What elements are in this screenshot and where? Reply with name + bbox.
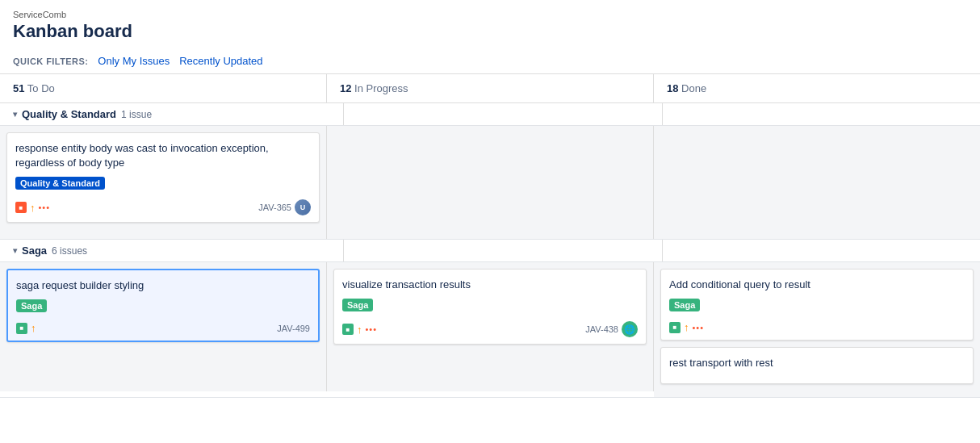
recently-updated-filter[interactable]: Recently Updated: [179, 55, 262, 67]
saga-cards-row: saga request builder styling Saga ■ ↑ JA…: [0, 262, 980, 398]
card-footer-JAV-438: ■ ↑ ••• JAV-438 🌐: [342, 321, 638, 337]
card-JAV-438[interactable]: visualize transaction results Saga ■ ↑ •…: [333, 269, 647, 345]
quality-group-name: Quality & Standard: [22, 108, 116, 120]
quality-issue-count: 1 issue: [121, 109, 152, 120]
chevron-icon-quality[interactable]: ▾: [13, 110, 17, 119]
priority-up-icon-438: ↑: [357, 324, 362, 336]
card-title-done-1: Add conditional query to result: [669, 278, 965, 292]
inprogress-label: In Progress: [354, 82, 408, 94]
dots-icon-438: •••: [366, 324, 378, 334]
saga-group-name: Saga: [22, 244, 47, 257]
card-id-JAV-438: JAV-438 🌐: [585, 321, 638, 337]
card-id-JAV-365: JAV-365 U: [258, 199, 311, 215]
card-JAV-365[interactable]: response entity body was cast to invocat…: [6, 132, 320, 223]
epic-label-saga-done1: Saga: [669, 299, 700, 311]
card-icons-JAV-365: ■ ↑ •••: [15, 202, 50, 214]
todo-column-header: 51 To Do: [0, 74, 326, 102]
project-name: ServiceComb: [13, 10, 967, 19]
done-column-header: 18 Done: [653, 74, 980, 102]
quick-filters-bar: QUICK FILTERS: Only My Issues Recently U…: [0, 48, 980, 74]
bug-icon: ■: [15, 202, 27, 213]
card-JAV-499[interactable]: saga request builder styling Saga ■ ↑ JA…: [6, 269, 320, 342]
card-title-JAV-365: response entity body was cast to invocat…: [15, 141, 311, 170]
card-footer-done-1: ■ ↑ •••: [669, 321, 965, 333]
done-count: 18: [667, 82, 678, 94]
card-title-JAV-499: saga request builder styling: [16, 278, 310, 293]
card-footer-JAV-365: ■ ↑ ••• JAV-365 U: [15, 199, 311, 215]
priority-up-icon-done1: ↑: [684, 321, 689, 333]
inprogress-column-header: 12 In Progress: [326, 74, 653, 102]
saga-issue-count: 6 issues: [52, 245, 87, 257]
avatar-JAV-365: U: [295, 199, 311, 215]
page-header: ServiceComb Kanban board QUICK FILTERS: …: [0, 0, 980, 74]
chevron-icon-saga[interactable]: ▾: [13, 246, 17, 255]
inprogress-count: 12: [340, 82, 351, 94]
epic-label-quality: Quality & Standard: [15, 177, 105, 190]
avatar-JAV-438: 🌐: [622, 321, 638, 337]
card-icons-done-1: ■ ↑ •••: [669, 321, 704, 333]
story-icon-438: ■: [342, 324, 354, 335]
card-icons-JAV-438: ■ ↑ •••: [342, 324, 377, 336]
todo-label: To Do: [27, 82, 55, 94]
story-icon-499: ■: [16, 323, 27, 334]
story-icon-done1: ■: [669, 322, 681, 333]
epic-group-quality: ▾ Quality & Standard 1 issue: [0, 103, 980, 126]
card-done-1[interactable]: Add conditional query to result Saga ■ ↑…: [660, 269, 974, 341]
only-my-issues-filter[interactable]: Only My Issues: [98, 55, 170, 67]
priority-up-icon-499: ↑: [31, 322, 36, 334]
epic-label-saga-499: Saga: [16, 299, 47, 312]
dots-icon-done1: •••: [693, 323, 705, 332]
done-label: Done: [681, 82, 706, 94]
card-title-JAV-438: visualize transaction results: [342, 278, 638, 292]
card-id-JAV-499: JAV-499: [277, 324, 310, 333]
card-title-done-2: rest transport with rest: [669, 356, 965, 370]
epic-group-saga: ▾ Saga 6 issues: [0, 240, 980, 262]
card-footer-JAV-499: ■ ↑ JAV-499: [16, 322, 310, 334]
epic-label-saga-438: Saga: [342, 299, 373, 311]
board-title: Kanban board: [13, 21, 967, 42]
quick-filters-label: QUICK FILTERS:: [13, 56, 88, 66]
quality-cards-row: response entity body was cast to invocat…: [0, 126, 980, 240]
card-icons-JAV-499: ■ ↑: [16, 322, 36, 334]
card-done-2[interactable]: rest transport with rest: [660, 347, 974, 384]
todo-count: 51: [13, 82, 24, 94]
dots-icon: •••: [39, 203, 51, 212]
priority-up-icon: ↑: [30, 202, 36, 214]
